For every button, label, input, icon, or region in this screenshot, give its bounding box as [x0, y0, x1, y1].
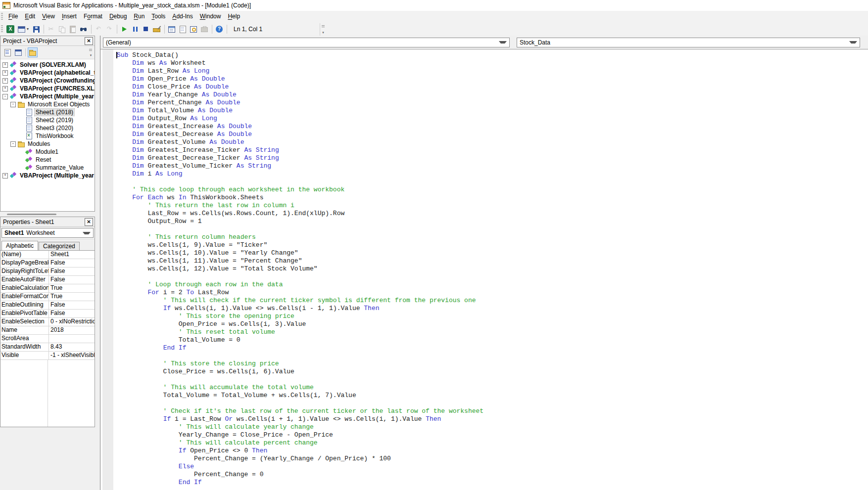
- toolbar-drag-grip[interactable]: [1, 25, 3, 33]
- menu-tools[interactable]: Tools: [148, 11, 169, 22]
- menu-drag-grip[interactable]: [1, 13, 3, 21]
- properties-close-button[interactable]: ✕: [85, 218, 93, 226]
- code-line: If ws.Cells(i, 1).Value <> ws.Cells(i - …: [117, 305, 868, 312]
- tree-item[interactable]: Module1: [0, 148, 95, 156]
- tree-item[interactable]: Sheet1 (2018): [0, 108, 95, 116]
- save-button[interactable]: [32, 24, 41, 34]
- menu-debug[interactable]: Debug: [106, 11, 130, 22]
- property-value[interactable]: 0 - xlNoRestrictio: [49, 318, 95, 326]
- tree-item[interactable]: +Solver (SOLVER.XLAM): [0, 61, 95, 69]
- project-explorer-button[interactable]: [167, 24, 176, 34]
- code-line: Dim Close_Price As Double: [117, 83, 868, 91]
- property-value[interactable]: True: [49, 284, 95, 292]
- design-mode-button[interactable]: [152, 24, 161, 34]
- project-tree: +Solver (SOLVER.XLAM)+VBAProject (alphab…: [0, 59, 95, 211]
- insert-userform-button[interactable]: [17, 24, 26, 34]
- collapse-icon[interactable]: -: [2, 94, 8, 99]
- dropdown-caret-icon[interactable]: ▾: [27, 27, 29, 31]
- properties-grid: (Name)Sheet1DisplayPageBreaksFalseDispla…: [0, 251, 95, 360]
- property-row[interactable]: StandardWidth8.43: [0, 343, 95, 352]
- tree-item[interactable]: Summarize_Value: [0, 164, 95, 172]
- property-value[interactable]: 2018: [49, 326, 95, 334]
- property-row[interactable]: EnableCalculationTrue: [0, 284, 95, 293]
- property-row[interactable]: DisplayRightToLeftFalse: [0, 267, 95, 276]
- property-value[interactable]: True: [49, 293, 95, 301]
- expand-icon[interactable]: +: [2, 62, 8, 68]
- property-row[interactable]: EnableOutliningFalse: [0, 301, 95, 310]
- menu-format[interactable]: Format: [80, 11, 106, 22]
- property-row[interactable]: (Name)Sheet1: [0, 251, 95, 259]
- reset-button[interactable]: [142, 24, 150, 34]
- toolbar-overflow-button[interactable]: ▾: [320, 23, 326, 36]
- property-value[interactable]: False: [49, 301, 95, 309]
- menu-edit[interactable]: Edit: [21, 11, 39, 22]
- menu-window[interactable]: Window: [196, 11, 225, 22]
- project-toolbar-overflow[interactable]: ▾: [88, 47, 94, 58]
- procedure-selector-dropdown[interactable]: Stock_Data: [517, 38, 860, 47]
- tree-item[interactable]: +VBAProject (FUNCRES.XLAM: [0, 85, 95, 92]
- property-value[interactable]: [49, 335, 95, 343]
- menu-help[interactable]: Help: [224, 11, 243, 22]
- object-selector-dropdown[interactable]: (General): [103, 38, 510, 47]
- property-row[interactable]: Visible-1 - xlSheetVisible: [0, 352, 95, 360]
- menu-addins[interactable]: Add-Ins: [169, 11, 196, 22]
- help-button[interactable]: [215, 24, 224, 34]
- tab-categorized[interactable]: Categorized: [39, 242, 80, 250]
- expand-icon[interactable]: +: [2, 173, 8, 178]
- tree-item[interactable]: Sheet2 (2019): [0, 116, 95, 124]
- break-button[interactable]: [131, 24, 140, 34]
- tab-alphabetic[interactable]: Alphabetic: [1, 241, 38, 250]
- code-line: ' This will calculate percent change: [117, 439, 868, 447]
- dock-separator[interactable]: [95, 36, 100, 490]
- collapse-icon[interactable]: -: [10, 141, 16, 147]
- expand-icon[interactable]: +: [2, 86, 8, 91]
- property-value[interactable]: False: [49, 310, 95, 317]
- tree-item[interactable]: +VBAProject (Multiple_year: [0, 172, 95, 179]
- object-dropdown[interactable]: Sheet1 Worksheet: [1, 228, 94, 238]
- property-row[interactable]: EnableFormatCondiTrue: [0, 293, 95, 301]
- tree-item[interactable]: +VBAProject (alphabetical_t: [0, 69, 95, 77]
- menu-insert[interactable]: Insert: [58, 11, 80, 22]
- tree-item[interactable]: -VBAProject (Multiple_year: [0, 92, 95, 100]
- help-icon: [216, 26, 223, 33]
- project-close-button[interactable]: ✕: [85, 37, 93, 45]
- object-browser-button[interactable]: [189, 24, 198, 34]
- tree-item[interactable]: -Microsoft Excel Objects: [0, 100, 95, 108]
- panel-splitter[interactable]: [0, 212, 95, 217]
- tree-item-label: Sheet2 (2019): [35, 117, 74, 124]
- view-code-button[interactable]: [2, 47, 12, 57]
- property-row[interactable]: EnablePivotTableFalse: [0, 310, 95, 318]
- collapse-icon[interactable]: -: [10, 102, 16, 107]
- toggle-folders-button[interactable]: [28, 47, 38, 57]
- menu-run[interactable]: Run: [130, 11, 148, 22]
- property-row[interactable]: EnableAutoFilterFalse: [0, 276, 95, 284]
- run-button[interactable]: [120, 24, 129, 34]
- property-row[interactable]: Name2018: [0, 326, 95, 335]
- property-row[interactable]: DisplayPageBreaksFalse: [0, 259, 95, 267]
- property-value[interactable]: False: [49, 276, 95, 284]
- tree-item[interactable]: -Modules: [0, 140, 95, 148]
- property-row[interactable]: EnableSelection0 - xlNoRestrictio: [0, 318, 95, 326]
- project-explorer-panel: Project - VBAProject ✕ ▾ +Solver (SOLVER…: [0, 36, 95, 212]
- property-value[interactable]: 8.43: [49, 343, 95, 351]
- find-button[interactable]: [79, 24, 88, 34]
- code-editor[interactable]: Sub Stock_Data() Dim ws As Worksheet Dim…: [100, 49, 868, 490]
- property-value[interactable]: False: [49, 259, 95, 267]
- view-excel-button[interactable]: [6, 24, 15, 34]
- properties-window-button[interactable]: [178, 24, 187, 34]
- tree-item[interactable]: +VBAProject (Crowdfundingl: [0, 77, 95, 85]
- property-value[interactable]: Sheet1: [49, 251, 95, 259]
- property-value[interactable]: -1 - xlSheetVisible: [49, 352, 95, 359]
- property-row[interactable]: ScrollArea: [0, 335, 95, 343]
- break-icon: [131, 25, 139, 33]
- view-object-button[interactable]: [13, 47, 23, 57]
- menu-view[interactable]: View: [39, 11, 58, 22]
- tree-item[interactable]: ThisWorkbook: [0, 132, 95, 140]
- properties-grid-filler: [0, 360, 95, 427]
- tree-item[interactable]: Sheet3 (2020): [0, 124, 95, 132]
- expand-icon[interactable]: +: [2, 70, 8, 76]
- tree-item[interactable]: Reset: [0, 156, 95, 164]
- menu-file[interactable]: File: [5, 11, 21, 22]
- expand-icon[interactable]: +: [2, 78, 8, 84]
- property-value[interactable]: False: [49, 267, 95, 275]
